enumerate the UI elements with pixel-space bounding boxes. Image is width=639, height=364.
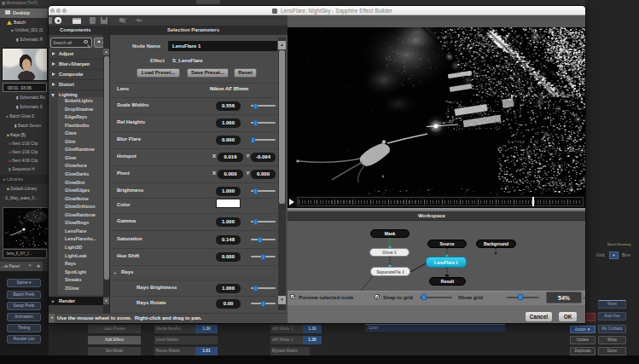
svg-text:LVLY: LVLY [549,181,563,187]
